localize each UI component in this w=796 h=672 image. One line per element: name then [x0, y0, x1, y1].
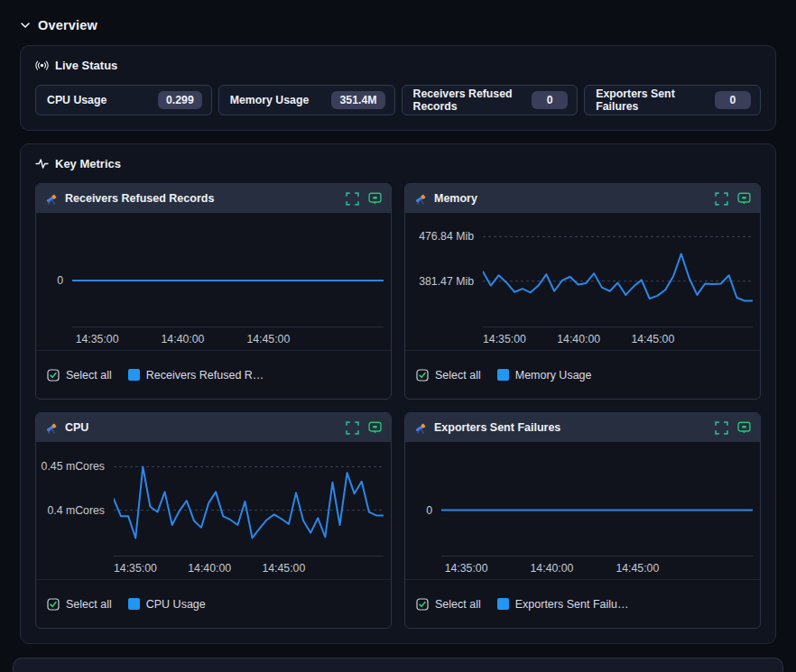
- chart-area[interactable]: 0 14:35:0014:40:0014:45:00: [36, 213, 391, 350]
- series-label: Exporters Sent Failu…: [515, 598, 629, 611]
- telescope-icon: [414, 192, 427, 205]
- series-label: Receivers Refused R…: [146, 369, 264, 382]
- checkbox-checked-icon: [416, 598, 429, 611]
- live-status-title: Live Status: [55, 59, 117, 72]
- comment-icon[interactable]: [737, 192, 751, 206]
- stat-label: CPU Usage: [47, 94, 106, 107]
- chart-title: Receivers Refused Records: [65, 192, 338, 205]
- chart-legend: Select all Receivers Refused R…: [36, 350, 391, 399]
- key-metrics-title: Key Metrics: [55, 157, 121, 170]
- chart-legend: Select all CPU Usage: [36, 579, 391, 628]
- chart-area[interactable]: 476.84 Mib381.47 Mib 14:35:0014:40:0014:…: [405, 213, 760, 350]
- series-swatch-icon: [497, 369, 509, 381]
- chart-area[interactable]: 0 14:35:0014:40:0014:45:00: [405, 442, 760, 579]
- legend-series-item[interactable]: CPU Usage: [128, 598, 206, 611]
- series-label: Memory Usage: [515, 369, 592, 382]
- live-status-cards: CPU Usage 0.299 Memory Usage 351.4M Rece…: [35, 85, 761, 115]
- checkbox-checked-icon: [47, 598, 60, 611]
- stat-card-exporters-failures: Exporters Sent Failures 0: [584, 85, 761, 115]
- overview-section-toggle[interactable]: Overview: [20, 18, 776, 32]
- telescope-icon: [45, 192, 58, 205]
- chart-panel-receivers-refused: Receivers Refused Records 0 14:35:0014:4…: [35, 183, 392, 400]
- key-metrics-grid: Receivers Refused Records 0 14:35:0014:4…: [35, 183, 761, 629]
- select-all-checkbox[interactable]: Select all: [47, 369, 112, 382]
- legend-series-item[interactable]: Memory Usage: [497, 369, 592, 382]
- y-axis-labels: 0.45 mCores0.4 mCores: [36, 442, 114, 579]
- broadcast-icon: [35, 59, 49, 72]
- stat-label: Exporters Sent Failures: [596, 87, 708, 114]
- series-swatch-icon: [497, 598, 509, 610]
- expand-icon[interactable]: [346, 192, 359, 206]
- stat-value-badge: 0: [715, 91, 751, 109]
- stat-value-badge: 0: [532, 91, 568, 109]
- chart-title: Memory: [434, 192, 708, 205]
- chart-panel-exporters-failures: Exporters Sent Failures 0 14:35:0014:40:…: [404, 412, 761, 629]
- checkbox-checked-icon: [47, 369, 60, 382]
- checkbox-checked-icon: [416, 369, 429, 382]
- chart-panel-memory: Memory 476.84 Mib381.47 Mib 14:35:0014:4…: [404, 183, 761, 400]
- legend-series-item[interactable]: Receivers Refused R…: [128, 369, 264, 382]
- stat-value-badge: 351.4M: [331, 91, 384, 109]
- live-status-container: Live Status CPU Usage 0.299 Memory Usage…: [20, 45, 776, 131]
- y-axis-labels: 0: [405, 442, 441, 579]
- stat-card-memory-usage: Memory Usage 351.4M: [218, 85, 395, 115]
- chart-area[interactable]: 0.45 mCores0.4 mCores 14:35:0014:40:0014…: [36, 442, 391, 579]
- chart-panel-header: CPU: [36, 413, 391, 442]
- select-all-checkbox[interactable]: Select all: [416, 598, 481, 611]
- series-swatch-icon: [128, 369, 140, 381]
- expand-icon[interactable]: [346, 421, 359, 435]
- comment-icon[interactable]: [368, 192, 382, 206]
- comment-icon[interactable]: [737, 421, 751, 435]
- select-all-label: Select all: [66, 598, 112, 611]
- stat-label: Receivers Refused Records: [413, 87, 525, 114]
- stat-value-badge: 0.299: [158, 91, 202, 109]
- expand-icon[interactable]: [715, 421, 728, 435]
- stat-card-receivers-refused: Receivers Refused Records 0: [402, 85, 578, 115]
- next-section-container: [13, 658, 783, 672]
- key-metrics-container: Key Metrics Receivers Refused Records 0 …: [20, 143, 776, 644]
- series-swatch-icon: [128, 598, 140, 610]
- telescope-icon: [414, 421, 427, 434]
- legend-series-item[interactable]: Exporters Sent Failu…: [497, 598, 629, 611]
- stat-card-cpu-usage: CPU Usage 0.299: [35, 85, 212, 115]
- series-label: CPU Usage: [146, 598, 206, 611]
- chart-legend: Select all Exporters Sent Failu…: [405, 579, 760, 628]
- activity-pulse-icon: [35, 157, 49, 170]
- expand-icon[interactable]: [715, 192, 728, 206]
- x-axis-labels: 14:35:0014:40:0014:45:00: [72, 327, 384, 350]
- chevron-down-icon: [20, 20, 31, 31]
- page-title: Overview: [38, 18, 97, 32]
- telescope-icon: [45, 421, 58, 434]
- select-all-label: Select all: [435, 369, 481, 382]
- stat-label: Memory Usage: [230, 94, 309, 107]
- chart-panel-cpu: CPU 0.45 mCores0.4 mCores 14:35:0014:40:…: [35, 412, 392, 629]
- select-all-checkbox[interactable]: Select all: [47, 598, 112, 611]
- select-all-label: Select all: [435, 598, 481, 611]
- comment-icon[interactable]: [368, 421, 382, 435]
- chart-panel-header: Memory: [405, 184, 760, 213]
- chart-legend: Select all Memory Usage: [405, 350, 760, 399]
- chart-title: CPU: [65, 421, 338, 434]
- chart-panel-header: Exporters Sent Failures: [405, 413, 760, 442]
- select-all-checkbox[interactable]: Select all: [416, 369, 481, 382]
- chart-title: Exporters Sent Failures: [434, 421, 708, 434]
- select-all-label: Select all: [66, 369, 112, 382]
- chart-panel-header: Receivers Refused Records: [36, 184, 391, 213]
- y-axis-labels: 476.84 Mib381.47 Mib: [405, 213, 483, 350]
- x-axis-labels: 14:35:0014:40:0014:45:00: [114, 556, 384, 579]
- y-axis-labels: 0: [36, 213, 72, 350]
- x-axis-labels: 14:35:0014:40:0014:45:00: [483, 327, 753, 350]
- x-axis-labels: 14:35:0014:40:0014:45:00: [441, 556, 753, 579]
